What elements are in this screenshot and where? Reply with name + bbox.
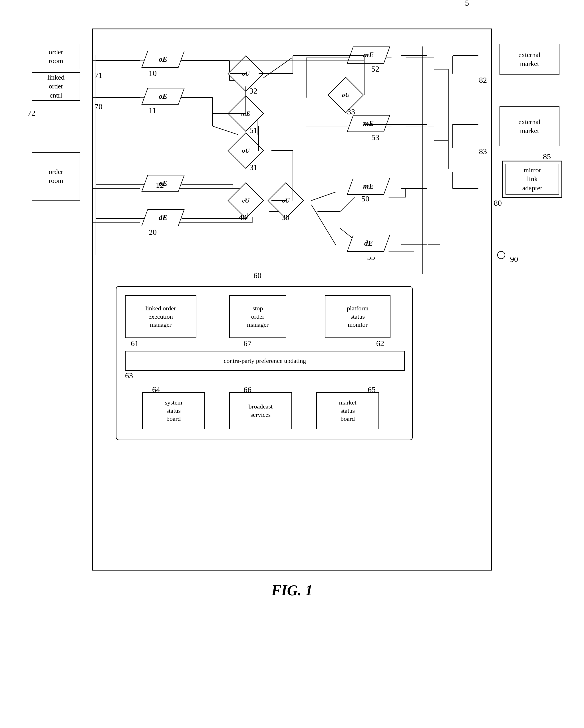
- platform-status-monitor: platformstatusmonitor: [325, 295, 390, 338]
- ref-51: 51: [250, 126, 257, 135]
- order-room-71: orderroom: [32, 44, 80, 69]
- ref-80: 80: [494, 199, 502, 208]
- mirror-link-container: 85 mirrorlinkadapter 80: [502, 161, 562, 198]
- oU-32: oU: [228, 55, 264, 92]
- ref-5: 5: [465, 0, 469, 8]
- management-area-60: 60 linked orderexecutionmanager 61 stopo…: [116, 286, 413, 440]
- dE-20: dE: [141, 209, 185, 226]
- ref-66: 66: [244, 385, 252, 394]
- ref-85: 85: [543, 152, 551, 161]
- figure-caption: FIG. 1: [21, 582, 563, 599]
- mE-51: mE: [228, 95, 264, 131]
- mirror-link-adapter: mirrorlinkadapter: [502, 161, 562, 198]
- stop-order-mgr: stopordermanager: [229, 295, 286, 338]
- main-diagram: orderroom 71 linkedordercntrl 70 72 orde…: [92, 28, 492, 571]
- ref-64: 64: [152, 385, 160, 394]
- ref-90: 90: [510, 255, 518, 264]
- ref-62: 62: [376, 339, 384, 348]
- ref-50: 50: [361, 194, 370, 203]
- svg-line-16: [340, 197, 355, 211]
- ref-53: 53: [371, 133, 379, 142]
- dE-55: dE: [347, 235, 390, 252]
- ref-65: 65: [367, 385, 376, 394]
- ref-67: 67: [244, 339, 252, 348]
- ref-61: 61: [131, 339, 139, 348]
- ref-11: 11: [149, 106, 156, 115]
- ref-12: 12: [156, 181, 164, 190]
- ref-31: 31: [250, 163, 257, 172]
- oE-10: oE: [141, 51, 185, 68]
- oU-31: oU: [228, 132, 264, 168]
- contra-party-pref: contra-party preference updating: [125, 351, 405, 371]
- oU-33: oU: [327, 77, 364, 113]
- linked-order-exec-mgr: linked orderexecutionmanager: [125, 295, 196, 338]
- svg-line-53: [311, 205, 336, 245]
- market-status-board: marketstatusboard: [316, 392, 379, 429]
- order-room-72: orderroom: [32, 152, 80, 201]
- ref-30: 30: [281, 213, 289, 222]
- system-status-board: systemstatusboard: [142, 392, 205, 429]
- mE-53: mE: [347, 115, 390, 132]
- ref-32: 32: [250, 86, 257, 96]
- ref-20: 20: [149, 228, 157, 237]
- ref-55: 55: [367, 253, 375, 262]
- ref-72: 72: [27, 109, 35, 118]
- mE-50: mE: [347, 178, 390, 195]
- ref-70: 70: [95, 102, 102, 111]
- ref-82: 82: [479, 76, 487, 85]
- linked-order-ctrl: linkedordercntrl: [32, 72, 80, 101]
- svg-line-9: [212, 126, 238, 135]
- broadcast-services: broadcastservices: [229, 392, 292, 429]
- external-market-82: externalmarket: [500, 44, 559, 75]
- ref-63: 63: [125, 371, 133, 380]
- ref-83: 83: [479, 147, 487, 156]
- endpoint-90: [497, 251, 505, 259]
- external-market-83: externalmarket: [500, 106, 559, 146]
- mE-52: mE: [347, 47, 390, 63]
- page-container: 5: [21, 11, 563, 599]
- svg-line-20: [263, 58, 292, 78]
- ref-40: 40: [238, 213, 247, 222]
- ref-71: 71: [95, 71, 102, 80]
- svg-line-52: [311, 192, 336, 201]
- ref-52: 52: [371, 64, 379, 74]
- oE-11: oE: [141, 88, 185, 105]
- ref-60: 60: [253, 271, 261, 280]
- ref-10: 10: [149, 69, 157, 78]
